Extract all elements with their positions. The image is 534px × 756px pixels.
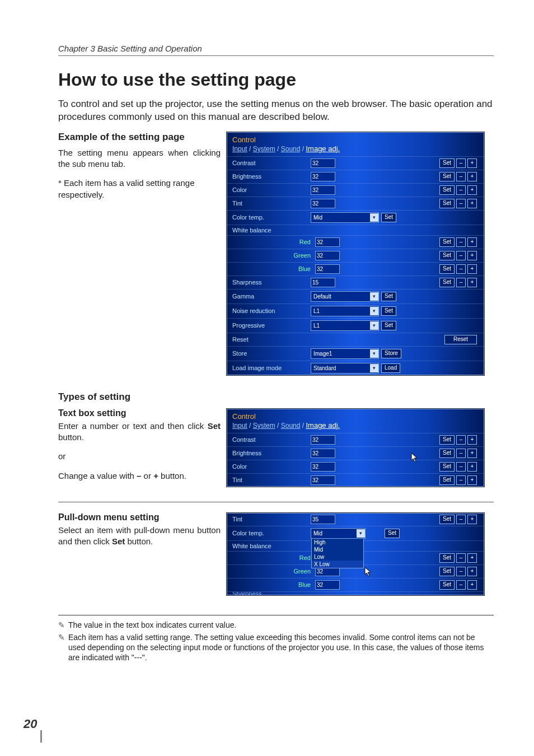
minus-button[interactable]: – <box>456 237 466 247</box>
select-progressive[interactable]: L1 ▾ <box>311 320 379 331</box>
minus-button[interactable]: – <box>456 158 466 168</box>
dropdown-option[interactable]: High <box>312 539 363 546</box>
input-color[interactable] <box>311 185 335 195</box>
input-brightness[interactable] <box>311 172 335 181</box>
set-button[interactable]: Set <box>439 567 455 576</box>
crumb-input[interactable]: Input <box>232 145 247 153</box>
minus-button[interactable]: – <box>456 515 466 524</box>
set-button[interactable]: Set <box>381 321 396 330</box>
plus-button[interactable]: + <box>467 278 477 287</box>
plus-button[interactable]: + <box>467 237 477 247</box>
crumb-system[interactable]: System <box>253 422 275 430</box>
input-tint[interactable] <box>311 475 335 485</box>
select-noise-reduction[interactable]: L1 ▾ <box>311 306 379 316</box>
minus-button[interactable]: – <box>456 435 466 445</box>
crumb-sound[interactable]: Sound <box>281 145 301 153</box>
input-brightness[interactable] <box>311 449 335 458</box>
plus-button[interactable]: + <box>467 264 477 274</box>
set-button[interactable]: Set <box>439 449 455 458</box>
set-button[interactable]: Set <box>439 553 455 563</box>
chevron-down-icon[interactable]: ▾ <box>370 364 378 372</box>
crumb-image-adj[interactable]: Image adj. <box>306 421 340 430</box>
chevron-down-icon[interactable]: ▾ <box>357 529 365 538</box>
chevron-down-icon[interactable]: ▾ <box>370 349 378 358</box>
input-contrast[interactable] <box>311 158 335 168</box>
set-button[interactable]: Set <box>381 306 396 316</box>
minus-button[interactable]: – <box>456 172 466 181</box>
minus-button[interactable]: – <box>456 553 466 563</box>
dropdown-option[interactable]: X Low <box>312 561 363 568</box>
set-button[interactable]: Set <box>439 580 455 590</box>
set-button[interactable]: Set <box>439 237 455 247</box>
input-tint[interactable] <box>311 515 335 524</box>
set-button[interactable]: Set <box>385 529 400 538</box>
minus-button[interactable]: – <box>456 251 466 260</box>
select-store[interactable]: Image1 ▾ <box>311 348 379 359</box>
input-sharpness[interactable] <box>311 278 335 287</box>
crumb-image-adj[interactable]: Image adj. <box>306 144 340 153</box>
dropdown-option[interactable]: Mid <box>312 546 363 553</box>
plus-button[interactable]: + <box>467 580 477 590</box>
input-wb-red[interactable] <box>315 237 340 247</box>
chevron-down-icon[interactable]: ▾ <box>370 321 378 330</box>
dropdown-option[interactable]: Low <box>312 553 363 561</box>
minus-button[interactable]: – <box>456 264 466 274</box>
select-gamma[interactable]: Default ▾ <box>311 291 379 302</box>
plus-button[interactable]: + <box>467 435 477 445</box>
crumb-system[interactable]: System <box>253 145 275 153</box>
minus-button[interactable]: – <box>456 567 466 576</box>
crumb-sound[interactable]: Sound <box>281 422 301 430</box>
set-button[interactable]: Set <box>439 185 455 195</box>
chevron-down-icon[interactable]: ▾ <box>370 307 378 315</box>
input-color[interactable] <box>311 462 335 472</box>
set-button[interactable]: Set <box>439 515 455 524</box>
minus-button[interactable]: – <box>456 580 466 590</box>
set-button[interactable]: Set <box>381 213 396 222</box>
select-color-temp[interactable]: Mid ▾ <box>311 212 379 223</box>
plus-button[interactable]: + <box>467 475 477 485</box>
set-button[interactable]: Set <box>381 292 396 301</box>
plus-button[interactable]: + <box>467 449 477 458</box>
plus-button[interactable]: + <box>467 515 477 524</box>
load-button[interactable]: Load <box>381 363 400 373</box>
set-button[interactable]: Set <box>439 278 455 287</box>
store-button[interactable]: Store <box>381 349 401 358</box>
set-button[interactable]: Set <box>439 158 455 168</box>
minus-button[interactable]: – <box>456 185 466 195</box>
reset-button[interactable]: Reset <box>444 335 477 344</box>
chevron-down-icon[interactable]: ▾ <box>370 292 378 301</box>
input-wb-blue[interactable] <box>315 580 340 590</box>
plus-button[interactable]: + <box>467 172 477 181</box>
input-tint[interactable] <box>311 199 335 208</box>
note-icon: ✎ <box>58 620 68 630</box>
plus-button[interactable]: + <box>467 553 477 563</box>
plus-button[interactable]: + <box>467 251 477 260</box>
minus-button[interactable]: – <box>456 278 466 287</box>
plus-button[interactable]: + <box>467 185 477 195</box>
set-button[interactable]: Set <box>439 172 455 181</box>
input-wb-blue[interactable] <box>315 264 340 274</box>
set-button[interactable]: Set <box>439 199 455 208</box>
chevron-down-icon[interactable]: ▾ <box>370 213 378 222</box>
set-button[interactable]: Set <box>439 264 455 274</box>
set-button[interactable]: Set <box>439 475 455 485</box>
select-load-image-mode[interactable]: Standard ▾ <box>311 363 379 374</box>
plus-button[interactable]: + <box>467 199 477 208</box>
crumb-input[interactable]: Input <box>232 422 247 430</box>
plus-button[interactable]: + <box>467 462 477 472</box>
select-color-temp[interactable]: Mid ▾ High Mid Low X Low <box>311 528 366 539</box>
set-button[interactable]: Set <box>439 462 455 472</box>
set-button[interactable]: Set <box>439 251 455 260</box>
row-progressive: Progressive L1 ▾ Set <box>227 318 484 333</box>
plus-button[interactable]: + <box>467 158 477 168</box>
label-red: Red <box>232 554 315 561</box>
plus-button[interactable]: + <box>467 567 477 576</box>
input-contrast[interactable] <box>311 435 335 445</box>
minus-button[interactable]: – <box>456 462 466 472</box>
minus-button[interactable]: – <box>456 449 466 458</box>
row-wb-blue: Blue Set – + <box>227 262 484 276</box>
set-button[interactable]: Set <box>439 435 455 445</box>
minus-button[interactable]: – <box>456 199 466 208</box>
minus-button[interactable]: – <box>456 475 466 485</box>
input-wb-green[interactable] <box>315 251 340 260</box>
